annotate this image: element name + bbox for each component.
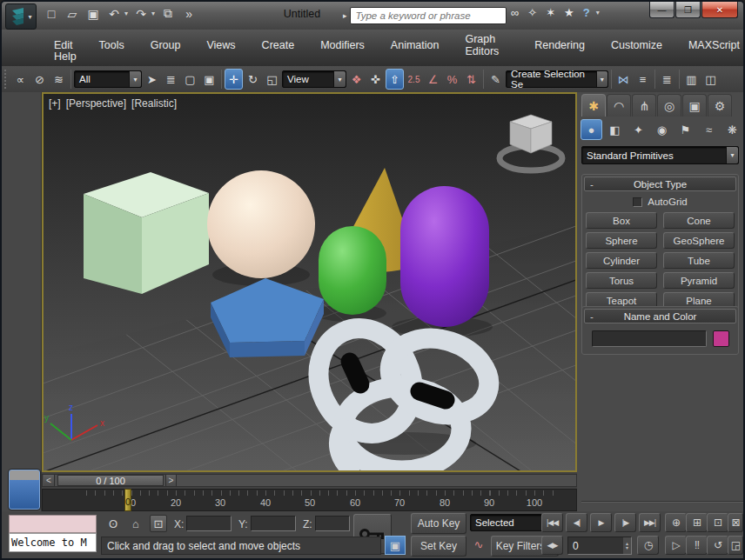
set-key-button[interactable]: Set Key	[411, 536, 466, 557]
collapse-icon[interactable]: -	[585, 311, 599, 322]
dropdown-arrow-icon[interactable]: ▾	[726, 147, 738, 163]
toolbar-overflow-icon[interactable]: »	[181, 7, 197, 21]
next-frame-arrow[interactable]: >	[165, 475, 177, 486]
select-and-link-icon[interactable]: ∝	[11, 69, 30, 90]
menu-help[interactable]: Help	[50, 50, 80, 63]
menu-group[interactable]: Group	[147, 38, 185, 52]
tab-motion[interactable]: ◎	[657, 94, 681, 117]
sphere-button[interactable]: Sphere	[586, 232, 657, 249]
spinner-snap-icon[interactable]: ⇅	[462, 69, 480, 90]
rectangular-selection-region-icon[interactable]: ▢	[181, 69, 199, 90]
perspective-viewport[interactable]: z x y [+] [Perspective] [Realistic]	[42, 92, 577, 472]
select-object-icon[interactable]: ➤	[143, 69, 161, 90]
category-shapes[interactable]: ◧	[604, 119, 626, 140]
track-bar[interactable]: ⊟ 10 20 30 40 50 60 70 80 90 100	[42, 489, 577, 511]
default-in-out-tangents-icon[interactable]: ∿	[470, 536, 487, 553]
menu-customize[interactable]: Customize	[607, 38, 666, 52]
menu-animation[interactable]: Animation	[387, 38, 443, 52]
undo-caret-icon[interactable]: ▾	[124, 10, 128, 17]
x-coordinate-field[interactable]	[186, 516, 232, 531]
close-button[interactable]: ✕	[701, 2, 738, 18]
purple-capsule-object[interactable]	[400, 186, 489, 327]
maximize-button[interactable]: ❐	[675, 2, 701, 18]
save-file-icon[interactable]: ▣	[85, 7, 101, 21]
bind-to-space-warp-icon[interactable]: ≋	[50, 69, 68, 90]
geosphere-button[interactable]: GeoSphere	[663, 232, 735, 249]
sphere-object[interactable]	[207, 170, 315, 278]
category-space-warps[interactable]: ≈	[698, 119, 720, 140]
select-and-move-icon[interactable]: ✛	[225, 69, 243, 90]
go-to-start-icon[interactable]: |◀◀	[541, 513, 563, 532]
absolute-mode-icon[interactable]: ⊡	[150, 515, 167, 532]
auto-key-button[interactable]: Auto Key	[411, 513, 466, 534]
open-file-icon[interactable]: ▱	[64, 7, 80, 21]
category-helpers[interactable]: ⚑	[675, 119, 696, 140]
rendered-frame-window-icon[interactable]: ◫	[701, 69, 720, 90]
window-crossing-icon[interactable]: ▣	[200, 69, 218, 90]
zoom-icon[interactable]: ⊕	[665, 513, 687, 532]
maximize-viewport-icon[interactable]: ◲	[728, 536, 743, 555]
green-capsule-object[interactable]	[319, 226, 386, 315]
use-pivot-point-icon[interactable]: ❖	[347, 69, 366, 90]
project-folder-icon[interactable]: ⧉	[160, 6, 176, 21]
render-setup-icon[interactable]: ▥	[682, 69, 701, 90]
y-coordinate-field[interactable]	[251, 516, 296, 531]
viewport-layout-tab[interactable]	[8, 469, 41, 510]
isolate-cube-toggle-icon[interactable]: ▣	[385, 536, 406, 555]
scene-canvas[interactable]: z x y	[44, 94, 575, 470]
selection-lock-icon[interactable]: ⌂	[127, 515, 144, 532]
viewport-pov-menu[interactable]: [Perspective]	[66, 97, 126, 110]
isolate-selection-icon[interactable]: ʘ	[104, 515, 122, 532]
walk-through-icon[interactable]: ‼	[686, 536, 708, 555]
redo-icon[interactable]: ↷	[133, 7, 149, 21]
z-coordinate-field[interactable]	[315, 516, 350, 531]
communication-center-icon[interactable]: ✶	[546, 6, 555, 19]
help-caret-icon[interactable]: ▾	[596, 9, 600, 17]
object-name-field[interactable]	[592, 330, 707, 347]
tab-display[interactable]: ▣	[682, 94, 707, 117]
percent-snap-icon[interactable]: %	[443, 69, 461, 90]
cylinder-button[interactable]: Cylinder	[586, 252, 657, 269]
dropdown-arrow-icon[interactable]: ▾	[129, 71, 141, 87]
menu-graph-editors[interactable]: Graph Editors	[461, 32, 512, 58]
play-animation-icon[interactable]: ▶	[590, 513, 612, 532]
collapse-icon[interactable]: -	[585, 179, 599, 190]
box-button[interactable]: Box	[586, 212, 657, 229]
viewport-shading-menu[interactable]: [Realistic]	[131, 97, 177, 110]
prism-object[interactable]	[211, 278, 324, 357]
subscription-key-icon[interactable]: ✧	[527, 6, 537, 19]
current-frame-field[interactable]: 0 ▴ ▾	[567, 537, 632, 555]
menu-maxscript[interactable]: MAXScript	[685, 38, 743, 52]
dropdown-arrow-icon[interactable]: ▾	[333, 71, 346, 87]
menu-modifiers[interactable]: Modifiers	[317, 38, 368, 52]
toolbar-grip[interactable]	[4, 70, 8, 89]
object-type-header[interactable]: - Object Type	[584, 177, 736, 191]
redo-caret-icon[interactable]: ▾	[151, 10, 155, 17]
viewcube[interactable]	[500, 115, 562, 170]
menu-views[interactable]: Views	[203, 38, 238, 52]
select-by-name-icon[interactable]: ≣	[162, 69, 180, 90]
category-geometry[interactable]: ●	[581, 119, 602, 140]
box-object[interactable]	[84, 172, 209, 294]
spinner-down-icon[interactable]: ▾	[626, 546, 628, 550]
viewport-general-menu[interactable]: [+]	[49, 97, 61, 110]
mirror-icon[interactable]: ⋈	[614, 69, 633, 90]
keyboard-shortcut-override-icon[interactable]: ⇧	[386, 69, 404, 90]
tab-hierarchy[interactable]: ⋔	[632, 94, 656, 117]
undo-icon[interactable]: ↶	[106, 7, 122, 21]
unlink-selection-icon[interactable]: ⊘	[30, 69, 49, 90]
time-configuration-icon[interactable]: ◷	[637, 536, 659, 555]
object-color-swatch[interactable]	[713, 330, 729, 347]
category-systems[interactable]: ❋	[722, 119, 743, 140]
category-lights[interactable]: ✦	[628, 119, 649, 140]
manage-layers-icon[interactable]: ≣	[658, 69, 676, 90]
torus-button[interactable]: Torus	[586, 272, 657, 289]
orbit-icon[interactable]: ↺	[707, 536, 728, 555]
category-cameras[interactable]: ◉	[651, 119, 673, 140]
zoom-extents-all-icon[interactable]: ⊠	[728, 513, 743, 532]
search-icon[interactable]: ∞	[511, 6, 519, 19]
minimize-button[interactable]: —	[649, 2, 675, 18]
frame-spinner[interactable]: ▴ ▾	[623, 537, 631, 554]
zoom-all-icon[interactable]: ⊞	[686, 513, 708, 532]
key-mode-toggle-icon[interactable]: ◀▶	[541, 536, 563, 555]
